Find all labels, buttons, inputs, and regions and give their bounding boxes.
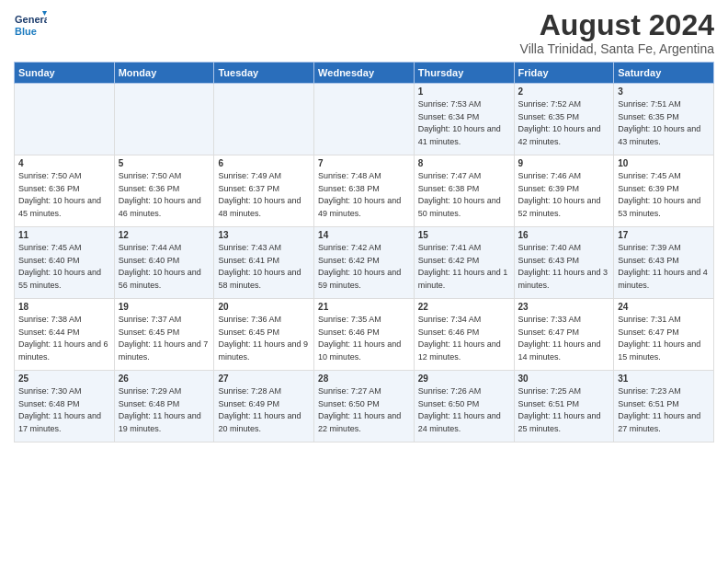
title-section: August 2024 Villa Trinidad, Santa Fe, Ar…: [520, 9, 714, 56]
day-info: Sunrise: 7:26 AM Sunset: 6:50 PM Dayligh…: [418, 385, 510, 435]
day-number: 24: [618, 302, 710, 312]
day-cell: 25Sunrise: 7:30 AM Sunset: 6:48 PM Dayli…: [15, 371, 115, 442]
day-info: Sunrise: 7:43 AM Sunset: 6:41 PM Dayligh…: [218, 242, 310, 292]
day-number: 7: [318, 158, 410, 168]
day-cell: [314, 84, 415, 155]
day-cell: 16Sunrise: 7:40 AM Sunset: 6:43 PM Dayli…: [514, 227, 614, 299]
day-number: 20: [218, 302, 310, 312]
main-title: August 2024: [520, 9, 714, 41]
day-number: 4: [18, 158, 110, 168]
day-cell: 26Sunrise: 7:29 AM Sunset: 6:48 PM Dayli…: [114, 371, 214, 442]
day-number: 27: [218, 373, 310, 384]
day-cell: [15, 84, 115, 155]
svg-text:General: General: [15, 14, 47, 25]
day-cell: 11Sunrise: 7:45 AM Sunset: 6:40 PM Dayli…: [15, 227, 115, 299]
day-number: 28: [318, 373, 410, 384]
day-cell: 30Sunrise: 7:25 AM Sunset: 6:51 PM Dayli…: [514, 371, 614, 442]
day-number: 29: [418, 373, 510, 384]
day-number: 2: [518, 86, 610, 97]
day-number: 26: [119, 373, 210, 384]
day-cell: 23Sunrise: 7:33 AM Sunset: 6:47 PM Dayli…: [514, 299, 614, 371]
day-info: Sunrise: 7:36 AM Sunset: 6:45 PM Dayligh…: [218, 314, 310, 363]
day-cell: 2Sunrise: 7:52 AM Sunset: 6:35 PM Daylig…: [514, 84, 614, 155]
day-info: Sunrise: 7:23 AM Sunset: 6:51 PM Dayligh…: [618, 385, 710, 435]
svg-text:Blue: Blue: [15, 26, 37, 37]
day-info: Sunrise: 7:35 AM Sunset: 6:46 PM Dayligh…: [318, 314, 410, 363]
day-number: 10: [618, 158, 710, 168]
logo: General Blue: [14, 9, 47, 42]
day-cell: 15Sunrise: 7:41 AM Sunset: 6:42 PM Dayli…: [414, 227, 514, 299]
day-info: Sunrise: 7:45 AM Sunset: 6:39 PM Dayligh…: [618, 170, 710, 220]
week-row-4: 18Sunrise: 7:38 AM Sunset: 6:44 PM Dayli…: [15, 299, 714, 371]
day-number: 3: [618, 86, 710, 97]
week-row-5: 25Sunrise: 7:30 AM Sunset: 6:48 PM Dayli…: [15, 371, 714, 442]
day-info: Sunrise: 7:40 AM Sunset: 6:43 PM Dayligh…: [518, 242, 610, 292]
day-cell: 29Sunrise: 7:26 AM Sunset: 6:50 PM Dayli…: [414, 371, 514, 442]
day-info: Sunrise: 7:48 AM Sunset: 6:38 PM Dayligh…: [318, 170, 410, 220]
day-cell: 4Sunrise: 7:50 AM Sunset: 6:36 PM Daylig…: [15, 155, 115, 227]
day-info: Sunrise: 7:51 AM Sunset: 6:35 PM Dayligh…: [618, 98, 710, 148]
day-info: Sunrise: 7:37 AM Sunset: 6:45 PM Dayligh…: [119, 314, 210, 363]
day-cell: 24Sunrise: 7:31 AM Sunset: 6:47 PM Dayli…: [614, 299, 714, 371]
day-info: Sunrise: 7:44 AM Sunset: 6:40 PM Dayligh…: [119, 242, 210, 292]
day-cell: 31Sunrise: 7:23 AM Sunset: 6:51 PM Dayli…: [614, 371, 714, 442]
day-cell: 22Sunrise: 7:34 AM Sunset: 6:46 PM Dayli…: [414, 299, 514, 371]
day-cell: 19Sunrise: 7:37 AM Sunset: 6:45 PM Dayli…: [114, 299, 214, 371]
day-number: 1: [418, 86, 510, 97]
calendar-table: SundayMondayTuesdayWednesdayThursdayFrid…: [14, 62, 714, 442]
day-number: 30: [518, 373, 610, 384]
col-header-monday: Monday: [114, 63, 214, 84]
week-row-3: 11Sunrise: 7:45 AM Sunset: 6:40 PM Dayli…: [15, 227, 714, 299]
day-info: Sunrise: 7:29 AM Sunset: 6:48 PM Dayligh…: [119, 385, 210, 435]
day-cell: 14Sunrise: 7:42 AM Sunset: 6:42 PM Dayli…: [314, 227, 415, 299]
week-row-1: 1Sunrise: 7:53 AM Sunset: 6:34 PM Daylig…: [15, 84, 714, 155]
day-number: 5: [119, 158, 210, 168]
day-number: 21: [318, 302, 410, 312]
day-cell: [114, 84, 214, 155]
day-info: Sunrise: 7:30 AM Sunset: 6:48 PM Dayligh…: [18, 385, 110, 435]
day-number: 19: [119, 302, 210, 312]
day-info: Sunrise: 7:50 AM Sunset: 6:36 PM Dayligh…: [119, 170, 210, 220]
day-number: 13: [218, 230, 310, 240]
day-cell: 21Sunrise: 7:35 AM Sunset: 6:46 PM Dayli…: [314, 299, 415, 371]
day-info: Sunrise: 7:41 AM Sunset: 6:42 PM Dayligh…: [418, 242, 510, 292]
logo-svg: General Blue: [14, 9, 47, 42]
header: General Blue August 2024 Villa Trinidad,…: [14, 9, 714, 56]
day-info: Sunrise: 7:53 AM Sunset: 6:34 PM Dayligh…: [418, 98, 510, 148]
day-info: Sunrise: 7:42 AM Sunset: 6:42 PM Dayligh…: [318, 242, 410, 292]
page-container: General Blue August 2024 Villa Trinidad,…: [0, 0, 728, 450]
day-number: 31: [618, 373, 710, 384]
day-cell: 6Sunrise: 7:49 AM Sunset: 6:37 PM Daylig…: [214, 155, 314, 227]
col-header-tuesday: Tuesday: [214, 63, 314, 84]
day-number: 6: [218, 158, 310, 168]
col-header-sunday: Sunday: [15, 63, 115, 84]
col-header-thursday: Thursday: [414, 63, 514, 84]
day-number: 18: [18, 302, 110, 312]
header-row: SundayMondayTuesdayWednesdayThursdayFrid…: [15, 63, 714, 84]
day-cell: 20Sunrise: 7:36 AM Sunset: 6:45 PM Dayli…: [214, 299, 314, 371]
day-cell: 10Sunrise: 7:45 AM Sunset: 6:39 PM Dayli…: [614, 155, 714, 227]
day-cell: 7Sunrise: 7:48 AM Sunset: 6:38 PM Daylig…: [314, 155, 415, 227]
subtitle: Villa Trinidad, Santa Fe, Argentina: [520, 41, 714, 56]
day-info: Sunrise: 7:28 AM Sunset: 6:49 PM Dayligh…: [218, 385, 310, 435]
day-number: 12: [119, 230, 210, 240]
day-cell: 28Sunrise: 7:27 AM Sunset: 6:50 PM Dayli…: [314, 371, 415, 442]
day-cell: [214, 84, 314, 155]
day-number: 17: [618, 230, 710, 240]
day-number: 16: [518, 230, 610, 240]
col-header-saturday: Saturday: [614, 63, 714, 84]
day-number: 23: [518, 302, 610, 312]
day-number: 8: [418, 158, 510, 168]
day-cell: 18Sunrise: 7:38 AM Sunset: 6:44 PM Dayli…: [15, 299, 115, 371]
day-number: 11: [18, 230, 110, 240]
day-cell: 17Sunrise: 7:39 AM Sunset: 6:43 PM Dayli…: [614, 227, 714, 299]
day-info: Sunrise: 7:47 AM Sunset: 6:38 PM Dayligh…: [418, 170, 510, 220]
day-cell: 9Sunrise: 7:46 AM Sunset: 6:39 PM Daylig…: [514, 155, 614, 227]
day-number: 14: [318, 230, 410, 240]
day-number: 25: [18, 373, 110, 384]
day-info: Sunrise: 7:25 AM Sunset: 6:51 PM Dayligh…: [518, 385, 610, 435]
day-info: Sunrise: 7:50 AM Sunset: 6:36 PM Dayligh…: [18, 170, 110, 220]
day-info: Sunrise: 7:52 AM Sunset: 6:35 PM Dayligh…: [518, 98, 610, 148]
day-info: Sunrise: 7:33 AM Sunset: 6:47 PM Dayligh…: [518, 314, 610, 363]
col-header-friday: Friday: [514, 63, 614, 84]
